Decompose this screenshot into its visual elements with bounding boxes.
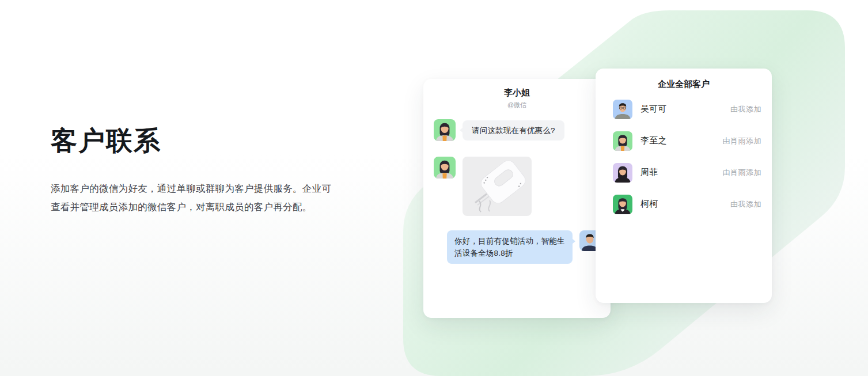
reply-message-bubble: 你好，目前有促销活动，智能生活设备全场8.8折	[447, 230, 573, 264]
customer-row: 柯柯由我添加	[596, 188, 772, 220]
customer-name: 李至之	[640, 135, 667, 146]
customer-avatar	[434, 157, 456, 179]
customer-row-avatar	[613, 131, 632, 151]
page-description: 添加客户的微信为好友，通过单聊或群聊为客户提供服务。企业可查看并管理成员添加的微…	[51, 179, 339, 217]
customer-name: 柯柯	[640, 199, 658, 210]
chat-contact-source: @微信	[423, 101, 611, 109]
customer-row-avatar	[613, 100, 632, 119]
wechat-chat-card: 李小姐 @微信 请问这款现在有优惠么?	[423, 79, 611, 318]
section-divider	[0, 376, 868, 387]
product-image	[463, 157, 532, 216]
customer-contact-section: 客户联系 添加客户的微信为好友，通过单聊或群聊为客户提供服务。企业可查看并管理成…	[0, 0, 868, 387]
customer-row: 吴可可由我添加	[596, 93, 772, 125]
reply-message-row: 你好，目前有促销活动，智能生活设备全场8.8折	[434, 230, 600, 264]
customer-row: 周菲由肖雨添加	[596, 157, 772, 188]
chat-header: 李小姐 @微信	[423, 79, 611, 109]
added-by-label: 由肖雨添加	[723, 136, 762, 146]
customer-name: 吴可可	[640, 104, 667, 115]
incoming-message-row: 请问这款现在有优惠么?	[434, 119, 600, 141]
customer-name: 周菲	[640, 167, 658, 178]
chat-contact-name: 李小姐	[423, 88, 611, 98]
customer-avatar	[434, 119, 456, 141]
customer-list-card: 企业全部客户 吴可可由我添加李至之由肖雨添加周菲由肖雨添加柯柯由我添加	[596, 69, 772, 303]
added-by-label: 由我添加	[730, 104, 761, 115]
customer-list: 吴可可由我添加李至之由肖雨添加周菲由肖雨添加柯柯由我添加	[596, 93, 772, 220]
customer-card-title: 企业全部客户	[596, 69, 772, 90]
added-by-label: 由肖雨添加	[723, 168, 762, 178]
customer-row-avatar	[613, 195, 632, 214]
page-title: 客户联系	[51, 126, 339, 156]
chat-messages: 请问这款现在有优惠么?	[423, 119, 611, 264]
hand-mixer-illustration	[463, 157, 532, 216]
customer-row-avatar	[613, 163, 632, 183]
product-message-row	[434, 157, 600, 216]
customer-row: 李至之由肖雨添加	[596, 125, 772, 157]
incoming-message-bubble: 请问这款现在有优惠么?	[463, 120, 564, 141]
added-by-label: 由我添加	[730, 199, 761, 210]
intro-block: 客户联系 添加客户的微信为好友，通过单聊或群聊为客户提供服务。企业可查看并管理成…	[51, 126, 339, 217]
